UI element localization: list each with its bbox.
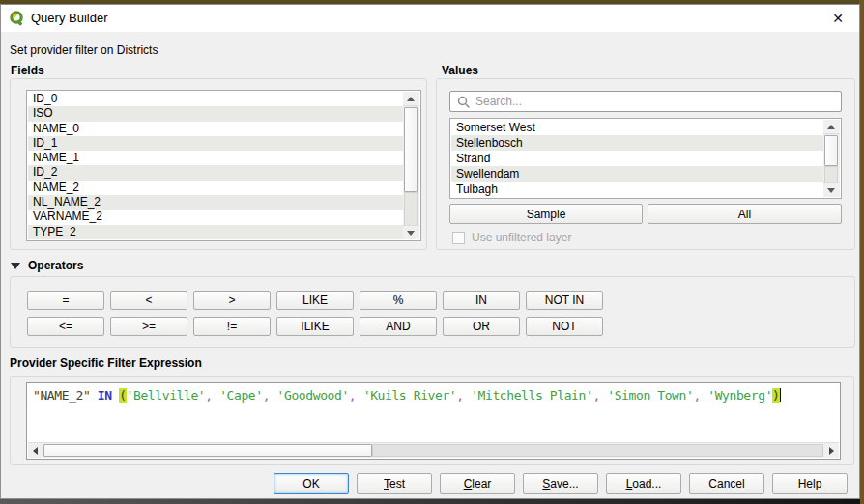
search-input[interactable] (475, 93, 837, 110)
expression-separator: , (592, 388, 607, 403)
operator-button[interactable]: OR (443, 317, 520, 336)
scroll-down-icon[interactable] (403, 225, 419, 239)
title-bar[interactable]: Query Builder ✕ (1, 5, 859, 32)
fields-scrollbar-thumb[interactable] (404, 107, 418, 192)
list-item[interactable]: NAME_2 (28, 181, 403, 195)
scroll-left-icon[interactable] (28, 443, 43, 458)
operator-button[interactable]: <= (27, 317, 104, 336)
values-scrollbar[interactable] (823, 120, 840, 197)
hscrollbar-track[interactable] (372, 444, 823, 457)
all-button[interactable]: All (648, 204, 842, 224)
operator-button[interactable]: AND (360, 317, 437, 336)
checkbox-icon[interactable] (452, 232, 465, 244)
window-title: Query Builder (31, 11, 107, 25)
close-icon[interactable]: ✕ (828, 9, 848, 28)
fields-list-rows: ID_0ISONAME_0ID_1NAME_1ID_2NAME_2NL_NAME… (28, 92, 403, 239)
operator-button[interactable]: NOT IN (526, 291, 603, 310)
expression-string: 'Mitchells Plain' (471, 388, 592, 403)
close-paren: ) (772, 388, 779, 403)
test-button[interactable]: Test (357, 473, 432, 494)
values-search[interactable] (449, 91, 842, 112)
scroll-up-icon[interactable] (823, 120, 840, 134)
expression-keyword: IN (98, 388, 112, 403)
text-cursor (780, 388, 781, 402)
use-unfiltered-layer-label: Use unfiltered layer (472, 231, 571, 244)
values-scrollbar-track[interactable] (824, 166, 838, 183)
expression-string: 'Simon Town' (607, 388, 693, 403)
use-unfiltered-layer-checkbox[interactable]: Use unfiltered layer (452, 231, 571, 244)
operator-button[interactable]: > (193, 291, 271, 310)
operator-button[interactable]: ILIKE (276, 317, 354, 336)
list-item[interactable]: ID_2 (28, 165, 403, 180)
clear-button[interactable]: Clear (440, 473, 515, 494)
list-item[interactable]: VARNAME_2 (28, 210, 403, 224)
operator-button[interactable]: IN (443, 291, 520, 310)
list-item[interactable]: TYPE_2 (28, 225, 403, 239)
scroll-down-icon[interactable] (823, 182, 840, 197)
expression-editor[interactable]: "NAME_2" IN ('Bellville', 'Cape', 'Goodw… (26, 382, 841, 460)
expression-group: "NAME_2" IN ('Bellville', 'Cape', 'Goodw… (10, 376, 854, 465)
expression-identifier: "NAME_2" (33, 388, 90, 403)
search-icon (457, 96, 471, 109)
hscrollbar-thumb[interactable] (43, 444, 372, 457)
list-item[interactable]: NAME_1 (28, 151, 403, 165)
expression-string: 'Kuils River' (363, 388, 457, 403)
scroll-up-icon[interactable] (403, 92, 419, 106)
expression-separator: , (693, 388, 707, 403)
cancel-button[interactable]: Cancel (689, 473, 764, 494)
expression-code[interactable]: "NAME_2" IN ('Bellville', 'Cape', 'Goodw… (33, 388, 838, 403)
expression-string: 'Cape' (219, 388, 263, 403)
list-item[interactable]: Somerset West (451, 120, 823, 135)
list-item[interactable]: NAME_0 (28, 122, 403, 136)
operator-button[interactable]: != (193, 317, 271, 336)
expression-string: 'Wynberg' (707, 388, 772, 403)
collapse-triangle-icon[interactable] (11, 263, 20, 269)
list-item[interactable]: Tulbagh (451, 182, 823, 197)
expression-separator: , (263, 388, 277, 403)
expression-hscrollbar[interactable] (28, 442, 839, 458)
fields-scrollbar[interactable] (403, 92, 419, 239)
sample-button[interactable]: Sample (449, 204, 643, 224)
values-list-rows: Somerset WestStellenboschStrandSwellenda… (451, 120, 823, 197)
scroll-right-icon[interactable] (823, 443, 839, 458)
qgis-logo-icon (9, 10, 25, 26)
save-button[interactable]: Save... (523, 473, 598, 494)
list-item[interactable]: Strand (451, 151, 823, 166)
open-paren: ( (119, 388, 126, 403)
help-button[interactable]: Help (772, 473, 848, 494)
fields-list[interactable]: ID_0ISONAME_0ID_1NAME_1ID_2NAME_2NL_NAME… (26, 90, 421, 241)
operator-button[interactable]: < (110, 291, 187, 310)
ok-button[interactable]: OK (274, 473, 349, 494)
list-item[interactable]: ID_0 (28, 92, 403, 106)
expression-separator: , (205, 388, 219, 403)
list-item[interactable]: NL_NAME_2 (28, 195, 403, 210)
operators-section-label: Operators (28, 259, 83, 272)
expression-string: 'Goodwood' (277, 388, 349, 403)
operator-button[interactable]: NOT (526, 317, 603, 336)
values-list[interactable]: Somerset WestStellenboschStrandSwellenda… (449, 118, 842, 199)
operator-button[interactable]: = (27, 291, 104, 310)
operator-button[interactable]: >= (110, 317, 187, 336)
fields-scrollbar-track[interactable] (404, 192, 418, 226)
operators-group: =<>LIKE%INNOT IN <=>=!=ILIKEANDORNOT (10, 276, 855, 348)
list-item[interactable]: Swellendam (451, 166, 823, 182)
list-item[interactable]: Stellenbosch (451, 135, 823, 151)
operators-header[interactable]: Operators (11, 259, 83, 272)
list-item[interactable]: ISO (28, 106, 403, 121)
dialog-subtitle: Set provider filter on Districts (10, 43, 158, 57)
list-item[interactable]: ID_1 (28, 136, 403, 151)
dialog-footer: OKTestClearSave...Load...CancelHelp (1, 473, 855, 494)
expression-section-label: Provider Specific Filter Expression (10, 356, 202, 370)
expression-separator: , (349, 388, 363, 403)
expression-string: 'Bellville' (127, 388, 206, 403)
operator-button[interactable]: % (360, 291, 437, 310)
values-group: Somerset WestStellenboschStrandSwellenda… (436, 78, 855, 250)
values-scrollbar-thumb[interactable] (824, 135, 838, 166)
load-button[interactable]: Load... (606, 473, 681, 494)
operator-button[interactable]: LIKE (276, 291, 354, 310)
background-app-bottom (0, 499, 860, 504)
expression-separator: , (456, 388, 471, 403)
screenshot-root: Query Builder ✕ Set provider filter on D… (0, 0, 864, 504)
fields-section-label: Fields (11, 64, 44, 77)
values-section-label: Values (442, 64, 478, 77)
